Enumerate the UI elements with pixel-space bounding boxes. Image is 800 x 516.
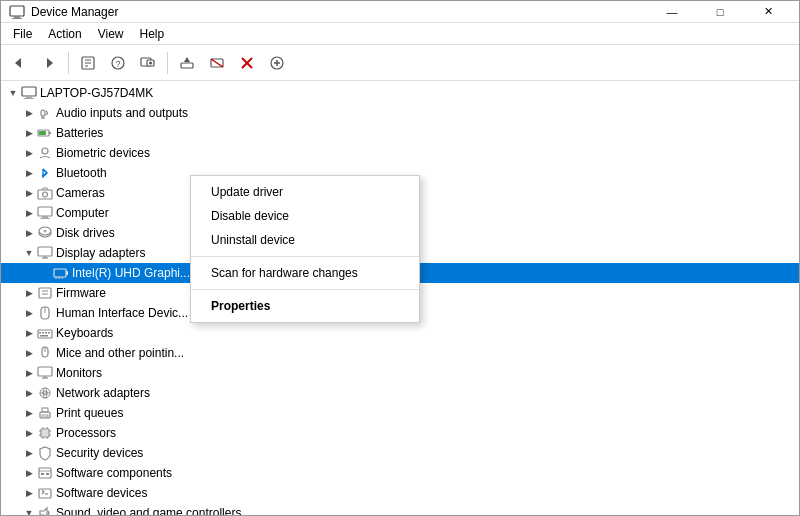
maximize-button[interactable]: □ [697,1,743,23]
svg-rect-56 [39,332,41,334]
help-button[interactable]: ? [104,49,132,77]
expand-sw-comp[interactable]: ▶ [21,465,37,481]
expand-display[interactable]: ▼ [21,245,37,261]
tree-software-components[interactable]: ▶ Software components [1,463,799,483]
display-icon [37,245,53,261]
forward-button[interactable] [35,49,63,77]
expand-firmware[interactable]: ▶ [21,285,37,301]
expand-processors[interactable]: ▶ [21,425,37,441]
svg-rect-25 [24,98,34,99]
print-icon [37,405,53,421]
expand-monitors[interactable]: ▶ [21,365,37,381]
expand-sound[interactable]: ▼ [21,505,37,515]
expand-print[interactable]: ▶ [21,405,37,421]
tree-sound[interactable]: ▼ Sound, video and game controllers [1,503,799,515]
expand-keyboards[interactable]: ▶ [21,325,37,341]
disable-button[interactable] [203,49,231,77]
svg-point-13 [149,61,152,64]
minimize-button[interactable]: — [649,1,695,23]
uninstall-button[interactable] [233,49,261,77]
tree-print[interactable]: ▶ Print queues [1,403,799,423]
svg-rect-42 [38,247,52,256]
expand-audio[interactable]: ▶ [21,105,37,121]
tree-batteries[interactable]: ▶ Batteries [1,123,799,143]
expand-disk[interactable]: ▶ [21,225,37,241]
svg-rect-14 [181,63,193,68]
svg-rect-85 [41,473,44,475]
svg-rect-60 [40,335,48,337]
toolbar-separator-1 [68,52,69,74]
properties-small-button[interactable] [74,49,102,77]
tree-mice[interactable]: ▶ Mice and other pointin... [1,343,799,363]
menu-help[interactable]: Help [132,23,173,45]
tree-root[interactable]: ▼ LAPTOP-GJ57D4MK [1,83,799,103]
expand-batteries[interactable]: ▶ [21,125,37,141]
svg-rect-63 [38,367,52,376]
computer-label: Computer [56,206,109,220]
expand-hid[interactable]: ▶ [21,305,37,321]
expand-bluetooth[interactable]: ▶ [21,165,37,181]
svg-rect-30 [49,132,51,134]
svg-point-35 [43,192,48,197]
sw-components-label: Software components [56,466,172,480]
software-icon [37,465,53,481]
menu-bar: File Action View Help [1,23,799,45]
ctx-scan-changes[interactable]: Scan for hardware changes [191,261,419,285]
svg-point-32 [42,148,48,154]
close-button[interactable]: ✕ [745,1,791,23]
sound-label: Sound, video and game controllers [56,506,241,515]
bluetooth-icon [37,165,53,181]
ctx-disable-device[interactable]: Disable device [191,204,419,228]
tree-keyboards[interactable]: ▶ Keyboards [1,323,799,343]
tree-security[interactable]: ▶ Security devices [1,443,799,463]
batteries-label: Batteries [56,126,103,140]
disk-label: Disk drives [56,226,115,240]
scan-button[interactable] [134,49,162,77]
root-label: LAPTOP-GJ57D4MK [40,86,153,100]
mouse-icon [37,345,53,361]
tree-software-devices[interactable]: ▶ Software devices [1,483,799,503]
tree-network[interactable]: ▶ Network adapters [1,383,799,403]
back-button[interactable] [5,49,33,77]
expand-computer[interactable]: ▶ [21,205,37,221]
toolbar: ? [1,45,799,81]
menu-view[interactable]: View [90,23,132,45]
biometric-label: Biometric devices [56,146,150,160]
svg-marker-3 [15,58,21,68]
disk-icon [37,225,53,241]
svg-line-17 [211,59,223,67]
sound-icon [37,505,53,515]
bluetooth-label: Bluetooth [56,166,107,180]
expand-root[interactable]: ▼ [5,85,21,101]
expand-sw-dev[interactable]: ▶ [21,485,37,501]
context-menu: Update driver Disable device Uninstall d… [190,175,420,323]
network-label: Network adapters [56,386,150,400]
menu-file[interactable]: File [5,23,40,45]
menu-action[interactable]: Action [40,23,89,45]
expand-mice[interactable]: ▶ [21,345,37,361]
processors-label: Processors [56,426,116,440]
cpu-icon [37,425,53,441]
ctx-properties[interactable]: Properties [191,294,419,318]
app-icon [9,4,25,20]
ctx-separator-2 [191,289,419,290]
computer-icon2 [37,205,53,221]
tree-monitors[interactable]: ▶ Monitors [1,363,799,383]
ctx-update-driver[interactable]: Update driver [191,180,419,204]
svg-rect-74 [42,430,48,436]
add-hardware-button[interactable] [263,49,291,77]
expand-biometric[interactable]: ▶ [21,145,37,161]
update-driver-button[interactable] [173,49,201,77]
expand-intel[interactable] [37,265,53,281]
tree-biometric[interactable]: ▶ Biometric devices [1,143,799,163]
expand-cameras[interactable]: ▶ [21,185,37,201]
ctx-uninstall-device[interactable]: Uninstall device [191,228,419,252]
firmware-label: Firmware [56,286,106,300]
tree-processors[interactable]: ▶ Processors [1,423,799,443]
expand-security[interactable]: ▶ [21,445,37,461]
svg-rect-57 [42,332,44,334]
tree-audio[interactable]: ▶ Audio inputs and outputs [1,103,799,123]
intel-uhd-label: Intel(R) UHD Graphi... [72,266,190,280]
expand-network[interactable]: ▶ [21,385,37,401]
svg-rect-46 [66,271,68,275]
